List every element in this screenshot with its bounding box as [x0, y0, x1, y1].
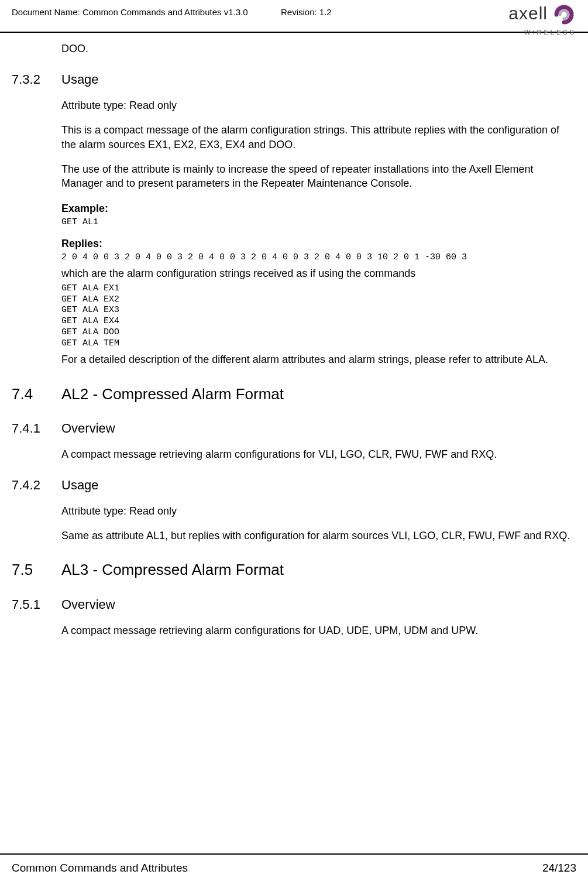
paragraph: This is a compact message of the alarm c…	[61, 123, 576, 152]
footer-title: Common Commands and Attributes	[12, 860, 188, 876]
section-title: AL3 - Compressed Alarm Format	[61, 559, 284, 580]
subsection-7-4-1: 7.4.1 Overview	[12, 420, 576, 438]
attribute-type: Attribute type: Read only	[61, 98, 576, 112]
paragraph: Same as attribute AL1, but replies with …	[61, 529, 576, 543]
section-number: 7.4	[12, 383, 61, 404]
code-example: GET AL1	[61, 217, 576, 228]
subsection-number: 7.3.2	[12, 71, 61, 89]
paragraph: which are the alarm configuration string…	[61, 266, 576, 280]
page-content: DOO. 7.3.2 Usage Attribute type: Read on…	[0, 42, 588, 637]
revision-label: Revision: 1.2	[281, 5, 332, 18]
section-title: AL2 - Compressed Alarm Format	[61, 383, 284, 404]
logo-text: axell	[508, 4, 548, 23]
section-7-4: 7.4 AL2 - Compressed Alarm Format	[12, 383, 576, 404]
page-footer: Common Commands and Attributes 24/123	[0, 853, 588, 876]
subsection-title: Overview	[61, 420, 115, 438]
paragraph: For a detailed description of the differ…	[61, 352, 576, 366]
page-header: Document Name: Common Commands and Attri…	[0, 0, 588, 33]
replies-label: Replies:	[61, 236, 576, 251]
subsection-number: 7.4.1	[12, 420, 61, 438]
subsection-7-4-2: 7.4.2 Usage	[12, 476, 576, 495]
brand-logo: axell WIRELESS	[508, 1, 576, 37]
section-7-5: 7.5 AL3 - Compressed Alarm Format	[12, 559, 576, 580]
continuation-text: DOO.	[61, 42, 576, 56]
code-reply: 2 0 4 0 0 3 2 0 4 0 0 3 2 0 4 0 0 3 2 0 …	[61, 252, 576, 263]
doc-name: Document Name: Common Commands and Attri…	[12, 5, 248, 18]
section-number: 7.5	[12, 559, 61, 580]
subsection-number: 7.4.2	[12, 476, 61, 495]
subsection-title: Usage	[61, 476, 99, 495]
example-label: Example:	[61, 201, 576, 216]
attribute-type: Attribute type: Read only	[61, 504, 576, 518]
paragraph: A compact message retrieving alarm confi…	[61, 623, 576, 637]
subsection-title: Overview	[61, 596, 115, 614]
subsection-7-5-1: 7.5.1 Overview	[12, 596, 576, 614]
paragraph: The use of the attribute is mainly to in…	[61, 162, 576, 191]
code-commands: GET ALA EX1 GET ALA EX2 GET ALA EX3 GET …	[61, 283, 576, 349]
logo-swirl-icon	[552, 2, 576, 31]
subsection-title: Usage	[61, 71, 99, 89]
paragraph: A compact message retrieving alarm confi…	[61, 447, 576, 461]
subsection-7-3-2: 7.3.2 Usage	[12, 71, 576, 89]
subsection-number: 7.5.1	[12, 596, 61, 614]
page-number: 24/123	[542, 860, 576, 876]
